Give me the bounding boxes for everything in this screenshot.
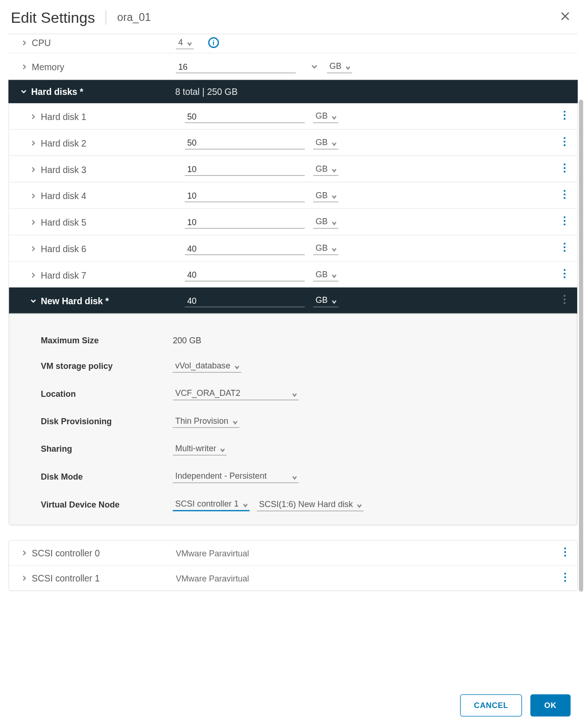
chevron-down-icon — [19, 89, 27, 94]
chevron-right-icon[interactable] — [29, 272, 37, 278]
disk-actions-menu[interactable] — [561, 187, 568, 204]
chevron-right-icon[interactable] — [29, 114, 37, 119]
vdn-controller-value: SCSI controller 1 — [175, 499, 239, 508]
svg-point-18 — [563, 269, 565, 271]
disk-actions-menu[interactable] — [561, 161, 568, 178]
disk-unit: GB — [316, 111, 328, 121]
chevron-down-icon — [292, 473, 298, 479]
new-disk-size-input[interactable] — [185, 294, 305, 307]
storage-policy-value: vVol_database — [175, 361, 230, 370]
memory-row: Memory GB — [8, 53, 578, 80]
hard-disk-label: Hard disk 7 — [41, 270, 87, 280]
chevron-down-icon — [331, 219, 337, 225]
hard-disk-row: Hard disk 5GB — [9, 209, 577, 235]
scsi-controller-label: SCSI controller 0 — [32, 548, 100, 558]
chevron-down-icon — [331, 113, 337, 119]
disk-unit-select[interactable]: GB — [313, 189, 338, 202]
disk-size-input[interactable] — [185, 136, 305, 149]
sharing-select[interactable]: Multi-writer — [173, 442, 227, 455]
disk-mode-label: Disk Mode — [41, 472, 173, 481]
scsi-controller-row: SCSI controller 0VMware Paravirtual — [9, 541, 577, 566]
provisioning-label: Disk Provisioning — [41, 416, 173, 426]
disk-unit-select[interactable]: GB — [313, 242, 338, 255]
disk-unit-select[interactable]: GB — [313, 110, 338, 123]
chevron-down-icon[interactable] — [29, 298, 37, 303]
chevron-down-icon[interactable] — [310, 62, 319, 71]
chevron-down-icon — [242, 501, 248, 507]
svg-point-2 — [563, 118, 565, 120]
scrollbar[interactable] — [579, 33, 583, 684]
svg-point-19 — [563, 273, 565, 274]
hard-disk-row: Hard disk 6GB — [9, 235, 577, 262]
disk-actions-menu[interactable] — [561, 134, 568, 151]
disk-size-input[interactable] — [185, 163, 305, 175]
scroll-thumb[interactable] — [579, 100, 583, 592]
disk-mode-select[interactable]: Independent - Persistent — [173, 470, 299, 483]
controller-actions-menu[interactable] — [561, 545, 568, 561]
new-disk-actions-menu[interactable] — [561, 292, 568, 309]
memory-unit-select[interactable]: GB — [327, 60, 352, 73]
svg-point-22 — [563, 299, 565, 301]
cpu-count-select[interactable]: 4 — [176, 36, 193, 49]
sharing-label: Sharing — [41, 444, 173, 454]
vdn-label: Virtual Device Node — [41, 500, 173, 509]
svg-point-8 — [563, 171, 565, 173]
chevron-right-icon[interactable] — [29, 193, 37, 199]
chevron-down-icon — [357, 501, 363, 507]
location-select[interactable]: VCF_ORA_DAT2 — [173, 387, 299, 400]
svg-point-4 — [563, 140, 565, 142]
scsi-controllers-group: SCSI controller 0VMware ParavirtualSCSI … — [8, 540, 578, 591]
chevron-down-icon — [186, 39, 193, 45]
svg-point-21 — [563, 295, 565, 297]
chevron-right-icon[interactable] — [20, 40, 28, 46]
close-icon[interactable] — [556, 7, 574, 27]
chevron-right-icon[interactable] — [29, 246, 37, 251]
disk-size-input[interactable] — [185, 242, 305, 255]
disk-size-input[interactable] — [185, 216, 305, 228]
disk-size-input[interactable] — [185, 189, 305, 202]
chevron-down-icon — [331, 271, 337, 277]
svg-point-6 — [563, 163, 565, 165]
chevron-right-icon[interactable] — [29, 167, 37, 172]
svg-point-0 — [563, 111, 565, 113]
info-icon[interactable]: i — [208, 37, 219, 48]
disk-unit-select[interactable]: GB — [313, 136, 338, 149]
disk-actions-menu[interactable] — [561, 267, 568, 283]
memory-size-input[interactable] — [176, 60, 296, 73]
disk-size-input[interactable] — [185, 268, 305, 281]
cancel-button[interactable]: CANCEL — [460, 695, 522, 717]
hard-disk-row: Hard disk 2GB — [9, 130, 577, 156]
disk-unit-select[interactable]: GB — [313, 268, 338, 281]
disk-actions-menu[interactable] — [561, 240, 568, 257]
scsi-controller-type: VMware Paravirtual — [176, 548, 249, 558]
disk-actions-menu[interactable] — [561, 108, 568, 125]
provisioning-select[interactable]: Thin Provision — [173, 414, 240, 427]
disk-unit-select[interactable]: GB — [313, 163, 338, 176]
chevron-right-icon[interactable] — [20, 64, 28, 69]
disk-size-input[interactable] — [185, 110, 305, 123]
controller-actions-menu[interactable] — [561, 570, 568, 587]
svg-point-16 — [563, 246, 565, 248]
memory-unit: GB — [329, 61, 341, 71]
chevron-right-icon[interactable] — [20, 550, 28, 556]
hard-disks-summary: 8 total | 250 GB — [175, 87, 238, 97]
svg-point-12 — [563, 216, 565, 218]
chevron-down-icon — [331, 166, 337, 172]
new-disk-details-panel: Maximum Size 200 GB VM storage policy vV… — [9, 314, 577, 525]
ok-button[interactable]: OK — [531, 695, 571, 717]
new-disk-unit-select[interactable]: GB — [313, 294, 338, 307]
svg-point-25 — [564, 551, 566, 553]
disk-actions-menu[interactable] — [561, 214, 568, 230]
dialog-title: Edit Settings — [11, 9, 95, 26]
vdn-slot-value: SCSI(1:6) New Hard disk — [259, 499, 353, 509]
disk-unit-select[interactable]: GB — [313, 215, 338, 228]
chevron-right-icon[interactable] — [20, 575, 28, 581]
chevron-right-icon[interactable] — [29, 140, 37, 146]
chevron-right-icon[interactable] — [29, 219, 37, 225]
vdn-controller-select[interactable]: SCSI controller 1 — [173, 497, 250, 511]
vdn-slot-select[interactable]: SCSI(1:6) New Hard disk — [257, 498, 364, 511]
storage-policy-select[interactable]: vVol_database — [173, 360, 241, 373]
scsi-controller-label: SCSI controller 1 — [32, 573, 100, 583]
svg-point-1 — [563, 114, 565, 116]
hard-disks-header[interactable]: Hard disks * 8 total | 250 GB — [8, 80, 578, 103]
